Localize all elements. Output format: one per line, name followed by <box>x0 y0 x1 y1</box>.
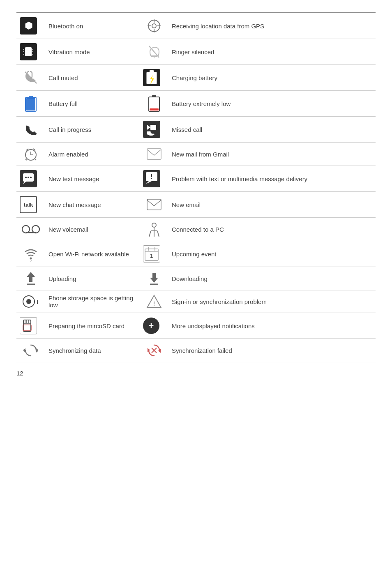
svg-point-1 <box>152 24 156 28</box>
gps-icon <box>143 18 165 33</box>
svg-rect-22 <box>26 98 35 110</box>
right-label: New mail from Gmail <box>168 143 376 166</box>
left-label: Vibration mode <box>45 39 140 65</box>
svg-point-36 <box>25 177 27 178</box>
left-icon-cell: ! <box>16 290 45 313</box>
gmail-icon <box>143 148 165 160</box>
svg-marker-75 <box>23 348 25 352</box>
left-icon-cell <box>16 267 45 290</box>
right-icon-cell <box>140 117 168 143</box>
svg-line-33 <box>35 159 36 160</box>
svg-rect-24 <box>152 95 156 97</box>
table-row: ? Open Wi-Fi network available 1 Upcomin… <box>16 241 376 267</box>
right-icon-cell <box>140 39 168 65</box>
right-label: Sign-in or synchronization problem <box>168 290 376 313</box>
upload-icon <box>20 271 42 286</box>
right-icon-cell: ! <box>140 290 168 313</box>
left-icon-cell: ? <box>16 241 45 267</box>
vibration-icon <box>20 43 37 60</box>
right-label: Receiving location data from GPS <box>168 13 376 39</box>
svg-text:!: ! <box>150 173 152 180</box>
left-icon-cell <box>16 313 45 339</box>
ringer-icon <box>143 44 165 59</box>
left-icon-cell <box>16 166 45 192</box>
table-row: Call in progress Missed call <box>16 117 376 143</box>
left-label: Preparing the mircoSD card <box>45 313 140 339</box>
right-icon-cell <box>140 267 168 290</box>
svg-rect-14 <box>151 56 157 57</box>
right-label: Upcoming event <box>168 241 376 267</box>
table-row: Preparing the mircoSD card + More undisp… <box>16 313 376 339</box>
left-icon-cell <box>16 339 45 362</box>
right-label: Charging battery <box>168 65 376 91</box>
event-icon: 1 <box>143 245 160 262</box>
page-number: 12 <box>16 370 376 377</box>
text-msg-icon <box>20 170 37 187</box>
left-icon-cell: ⬢ <box>16 13 45 39</box>
right-icon-cell <box>140 65 168 91</box>
svg-rect-68 <box>23 320 31 331</box>
right-label: Problem with text or multimedia message … <box>168 166 376 192</box>
table-row: Uploading Downloading <box>16 267 376 290</box>
right-label: New email <box>168 192 376 218</box>
left-label: Uploading <box>45 267 140 290</box>
left-icon-cell <box>16 143 45 166</box>
right-label: More undisplayed notifications <box>168 313 376 339</box>
table-row: talk New chat message New email <box>16 192 376 218</box>
bluetooth-icon: ⬢ <box>20 17 37 35</box>
alarm-icon <box>20 147 42 161</box>
right-icon-cell <box>140 218 168 241</box>
table-row: Battery full Battery extremely low <box>16 91 376 117</box>
right-icon-cell <box>140 339 168 362</box>
right-icon-cell: + <box>140 313 168 339</box>
left-label: Call muted <box>45 65 140 91</box>
left-icon-cell <box>16 91 45 117</box>
left-icon-cell <box>16 218 45 241</box>
new-email-icon <box>143 199 165 210</box>
svg-text:1: 1 <box>150 253 153 259</box>
svg-line-51 <box>157 231 159 237</box>
svg-rect-6 <box>25 47 32 56</box>
table-row: ! Phone storage space is getting low ! S… <box>16 290 376 313</box>
pc-icon <box>143 222 165 237</box>
svg-text:?: ? <box>30 259 32 262</box>
svg-rect-46 <box>26 232 36 233</box>
svg-text:!: ! <box>153 300 155 307</box>
mircosd-icon <box>20 317 37 334</box>
left-icon-cell <box>16 39 45 65</box>
battery-low-icon <box>143 95 165 112</box>
table-row: Vibration mode Ringer silenced <box>16 39 376 65</box>
svg-marker-39 <box>23 182 26 184</box>
wifi-icon: ? <box>20 246 42 262</box>
svg-point-37 <box>28 177 29 178</box>
charging-icon <box>143 69 160 86</box>
battery-full-icon <box>20 95 42 112</box>
left-icon-cell <box>16 117 45 143</box>
left-label: Open Wi-Fi network available <box>45 241 140 267</box>
left-label: Bluetooth on <box>45 13 140 39</box>
right-label: Missed call <box>168 117 376 143</box>
svg-line-32 <box>25 159 27 160</box>
svg-marker-74 <box>36 348 38 352</box>
storage-icon: ! <box>20 295 42 308</box>
right-label: Battery extremely low <box>168 91 376 117</box>
left-label: Synchronizing data <box>45 339 140 362</box>
svg-marker-61 <box>150 273 158 283</box>
right-icon-cell: 1 <box>140 241 168 267</box>
right-label: Connected to a PC <box>168 218 376 241</box>
download-icon <box>143 271 165 286</box>
sync-fail-icon <box>143 343 165 358</box>
table-row: ⬢ Bluetooth on Receiving location data f… <box>16 13 376 39</box>
sync-icon <box>20 343 42 358</box>
svg-marker-59 <box>27 272 35 282</box>
voicemail-icon <box>20 224 42 235</box>
svg-line-50 <box>149 231 151 237</box>
svg-rect-73 <box>23 325 31 331</box>
svg-rect-43 <box>147 199 161 210</box>
sync-problem-icon: ! <box>143 295 165 308</box>
left-label: Alarm enabled <box>45 143 140 166</box>
right-icon-cell <box>140 13 168 39</box>
table-row: New text message ! Problem with text or … <box>16 166 376 192</box>
left-label: Phone storage space is getting low <box>45 290 140 313</box>
svg-rect-26 <box>150 125 156 130</box>
